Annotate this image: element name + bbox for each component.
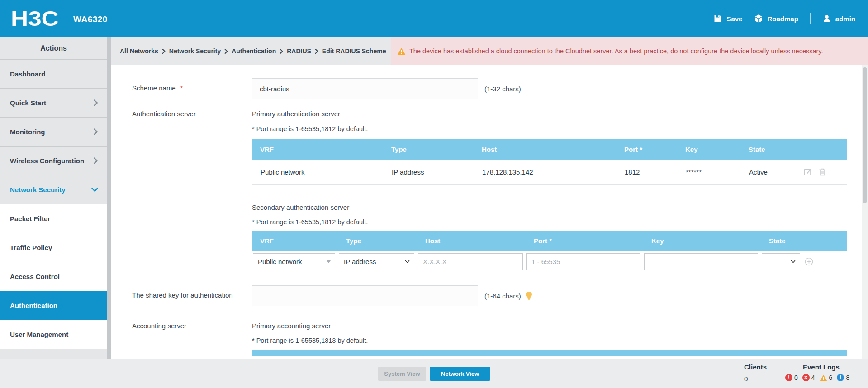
sidebar-item-packet-filter[interactable]: Packet Filter (0, 204, 107, 233)
col-host: Host (417, 237, 526, 245)
sidebar-item-authentication[interactable]: Authentication (0, 291, 107, 320)
sidebar-item-dashboard[interactable]: Dashboard (0, 60, 107, 89)
chevron-right-icon (93, 128, 98, 135)
breadcrumb-separator-icon (162, 49, 166, 54)
roadmap-cube-icon (754, 14, 763, 23)
col-state: State (740, 146, 847, 153)
sidebar-item-monitoring[interactable]: Monitoring (0, 118, 107, 147)
secondary-auth-input-row: Public network IP address (252, 251, 847, 273)
accounting-table-header-partial (252, 350, 847, 356)
clients-count: 0 (744, 375, 767, 383)
warning-triangle-icon (397, 47, 406, 55)
secondary-auth-title: Secondary authentication server (252, 203, 847, 211)
event-error-group[interactable]: ✕ 4 (802, 374, 815, 381)
primary-auth-title: Primary authentication server (252, 110, 847, 118)
scrollbar-thumb[interactable] (863, 67, 867, 203)
secondary-auth-port-note: * Port range is 1-65535,1812 by default. (252, 218, 847, 226)
shared-key-hint: (1-64 chars) (484, 292, 521, 300)
vrf-select[interactable]: Public network (253, 253, 335, 270)
breadcrumb-network-security[interactable]: Network Security (169, 47, 221, 55)
sidebar-item-network-security[interactable]: Network Security (0, 175, 107, 204)
roadmap-label: Roadmap (767, 15, 798, 23)
cell-port: 1812 (617, 168, 678, 176)
info-count: 8 (846, 374, 849, 381)
col-vrf: VRF (252, 146, 383, 153)
host-input[interactable] (418, 253, 523, 270)
save-button[interactable]: Save (713, 14, 742, 23)
shared-key-input[interactable] (252, 285, 478, 306)
col-port: Port * (526, 237, 643, 245)
system-view-button[interactable]: System View (378, 367, 426, 381)
col-state: State (761, 237, 847, 245)
sidebar-item-wireless-configuration[interactable]: Wireless Configuration (0, 147, 107, 175)
event-info-group[interactable]: i 8 (837, 374, 849, 381)
user-menu[interactable]: admin (822, 14, 855, 23)
chevron-down-icon (405, 260, 410, 263)
select-arrow-icon (327, 260, 331, 263)
sidebar-item-access-control[interactable]: Access Control (0, 262, 107, 291)
col-vrf: VRF (252, 237, 338, 245)
device-name: WA6320 (73, 14, 108, 24)
topbar-divider (810, 13, 811, 24)
cell-state: Active (741, 168, 847, 176)
state-select[interactable] (762, 253, 800, 270)
event-warning-group[interactable]: 6 (820, 374, 833, 381)
roadmap-button[interactable]: Roadmap (754, 14, 798, 23)
footer-divider (780, 363, 780, 384)
breadcrumb-edit-radius-scheme[interactable]: Edit RADIUS Scheme (322, 47, 386, 55)
accounting-server-label: Accounting server (132, 322, 252, 356)
top-bar: H3C WA6320 Save Roadmap admin (0, 0, 868, 37)
save-icon (713, 14, 722, 23)
cell-vrf: Public network (252, 168, 384, 176)
chevron-down-icon (91, 187, 98, 192)
cloud-connection-notice: The device has established a cloud conne… (391, 37, 868, 65)
alert-icon: ! (785, 374, 792, 381)
breadcrumb-authentication[interactable]: Authentication (232, 47, 276, 55)
chevron-right-icon (93, 99, 98, 106)
sidebar-item-quick-start[interactable]: Quick Start (0, 89, 107, 118)
col-host: Host (474, 146, 616, 153)
accounting-port-note: * Port range is 1-65535,1813 by default. (252, 337, 847, 344)
scheme-name-input[interactable] (252, 78, 478, 99)
app-window: H3C WA6320 Save Roadmap admin (0, 0, 868, 388)
col-type: Type (383, 146, 474, 153)
delete-icon[interactable] (819, 168, 826, 176)
scheme-name-hint: (1-32 chars) (484, 85, 521, 93)
breadcrumb-radius[interactable]: RADIUS (287, 47, 311, 55)
info-icon: i (837, 374, 844, 381)
port-input[interactable] (526, 253, 640, 270)
col-key: Key (643, 237, 761, 245)
cell-host: 178.128.135.142 (474, 168, 617, 176)
primary-auth-table: VRF Type Host Port * Key State Public ne… (252, 139, 847, 185)
event-logs-block: Event Logs ! 0 ✕ 4 6 i 8 (785, 363, 865, 381)
primary-auth-table-row: Public network IP address 178.128.135.14… (252, 160, 847, 185)
breadcrumb: All Networks Network Security Authentica… (120, 47, 386, 55)
sidebar-item-user-management[interactable]: User Management (0, 320, 107, 349)
cell-type: IP address (384, 168, 474, 176)
scheme-name-label: Scheme name* (132, 78, 252, 99)
save-label: Save (726, 15, 742, 23)
chevron-right-icon (93, 157, 98, 164)
bottom-bar: System View Network View Clients 0 Event… (0, 359, 868, 388)
network-view-button[interactable]: Network View (430, 367, 490, 381)
vertical-scrollbar[interactable] (862, 65, 868, 359)
user-icon (822, 14, 831, 23)
main-content: Scheme name* (1-32 chars) Authentication… (111, 65, 862, 359)
breadcrumb-all-networks[interactable]: All Networks (120, 47, 158, 55)
edit-icon[interactable] (804, 168, 812, 176)
clients-block: Clients 0 (744, 363, 767, 383)
key-input[interactable] (644, 253, 758, 270)
col-port: Port * (616, 146, 677, 153)
event-alert-group[interactable]: ! 0 (785, 374, 798, 381)
sidebar-item-traffic-policy[interactable]: Traffic Policy (0, 233, 107, 262)
add-server-button[interactable] (805, 257, 813, 266)
error-icon: ✕ (802, 374, 810, 381)
warning-count: 6 (829, 374, 833, 381)
error-count: 4 (811, 374, 815, 381)
warning-icon (820, 374, 827, 381)
event-logs-label: Event Logs (803, 363, 865, 371)
required-asterisk: * (180, 84, 183, 92)
bulb-icon[interactable] (526, 291, 532, 300)
type-select[interactable]: IP address (339, 253, 414, 270)
sidebar-title: Actions (0, 37, 107, 60)
